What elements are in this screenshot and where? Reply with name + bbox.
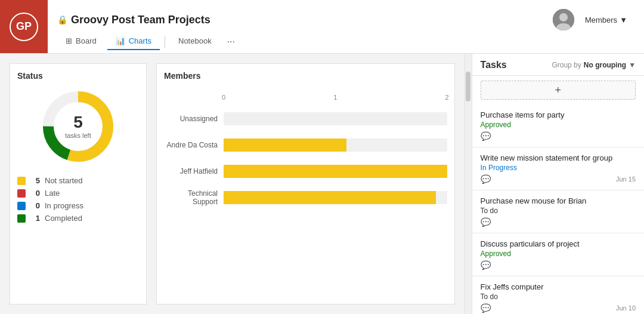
legend-count-not-started: 5: [30, 176, 40, 185]
task-date: Jun 15: [616, 176, 636, 183]
bar-fill-jeff: [224, 165, 447, 178]
bar-row-unassigned: Unassigned: [164, 110, 447, 127]
team-badge: GP: [10, 13, 38, 41]
header-right: Members ▼: [553, 9, 644, 30]
members-card-title: Members: [164, 71, 447, 81]
legend-label-late: Late: [45, 189, 139, 198]
scrollbar-thumb[interactable]: [466, 72, 470, 101]
bar-chart-axis: 0 1 2: [224, 94, 447, 106]
legend-color-in-progress: [17, 202, 26, 210]
legend-color-not-started: [17, 177, 26, 185]
task-status: Approved: [481, 250, 636, 258]
bar-track-unassigned: [224, 112, 447, 125]
header-top: 🔒 Groovy Post Team Projects Members ▼: [57, 3, 644, 33]
donut-center: 5 tasks left: [65, 114, 91, 140]
team-badge-area: GP: [0, 0, 48, 53]
members-button[interactable]: Members ▼: [580, 13, 632, 27]
bar-fill-andre: [224, 138, 346, 152]
project-title: Groovy Post Team Projects: [71, 14, 210, 26]
chevron-down-icon: ▼: [620, 16, 627, 24]
task-footer: 💬 Jun 15: [481, 174, 636, 184]
task-name: Fix Jeffs computer: [481, 282, 636, 291]
tasks-title: Tasks: [481, 60, 507, 70]
bar-label-technical: Technical Support: [164, 189, 224, 206]
left-panel: Status 5 tasks left: [0, 54, 465, 314]
bar-fill-technical: [224, 191, 436, 204]
scrollbar-track[interactable]: [465, 54, 472, 314]
members-label: Members: [585, 16, 617, 24]
legend-item-completed: 1 Completed: [17, 214, 139, 223]
bar-chart-area: 0 1 2 Unassigned Andre Da Costa: [164, 88, 447, 206]
app-header: GP 🔒 Groovy Post Team Projects Members ▼: [0, 0, 644, 54]
legend-color-completed: [17, 214, 26, 223]
add-task-button[interactable]: +: [481, 81, 636, 100]
right-panel: Tasks Group by No grouping ▼ + Purchase …: [472, 54, 644, 314]
task-footer: 💬 Jun 10: [481, 303, 636, 313]
legend-item-late: 0 Late: [17, 189, 139, 198]
status-card-title: Status: [17, 71, 139, 81]
bar-track-andre: [224, 138, 447, 152]
legend-item-in-progress: 0 In progress: [17, 201, 139, 210]
task-list: Purchase items for party Approved 💬 Writ…: [472, 104, 644, 314]
task-date: Jun 10: [616, 304, 636, 312]
tasks-header: Tasks Group by No grouping ▼: [472, 54, 644, 76]
comment-icon: 💬: [481, 303, 491, 313]
tab-board[interactable]: ⊞ Board: [57, 33, 105, 50]
task-status: To do: [481, 293, 636, 301]
axis-label-2: 2: [445, 94, 449, 101]
comment-icon: 💬: [481, 260, 491, 270]
lock-icon: 🔒: [57, 15, 67, 24]
group-by-chevron-icon: ▼: [628, 61, 636, 69]
tab-notebook[interactable]: Notebook: [170, 33, 220, 50]
header-main: 🔒 Groovy Post Team Projects Members ▼: [48, 3, 644, 50]
axis-label-0: 0: [222, 94, 225, 101]
legend-label-in-progress: In progress: [45, 201, 139, 210]
tab-separator: [165, 36, 165, 48]
task-item-discuss-project[interactable]: Discuss particulars of project Approved …: [472, 233, 644, 276]
legend-label-not-started: Not started: [45, 176, 139, 185]
task-status: In Progress: [481, 164, 636, 172]
tab-more-button[interactable]: ···: [222, 34, 240, 50]
legend-list: 5 Not started 0 Late 0 In progress: [17, 176, 139, 223]
task-name: Discuss particulars of project: [481, 239, 636, 248]
group-by-value: No grouping: [584, 61, 626, 69]
comment-icon: 💬: [481, 174, 491, 184]
legend-count-in-progress: 0: [30, 201, 40, 210]
task-item-purchase-party[interactable]: Purchase items for party Approved 💬: [472, 104, 644, 147]
charts-icon: 📊: [116, 36, 125, 45]
legend-color-late: [17, 189, 26, 198]
main-content: Status 5 tasks left: [0, 54, 644, 314]
legend-count-late: 0: [30, 189, 40, 198]
task-footer: 💬: [481, 131, 636, 141]
avatar[interactable]: [553, 9, 574, 30]
task-item-purchase-mouse[interactable]: Purchase new mouse for Brian To do 💬: [472, 190, 644, 233]
task-footer: 💬: [481, 260, 636, 270]
task-name: Write new mission statement for group: [481, 153, 636, 162]
donut-container: 5 tasks left: [17, 88, 139, 165]
donut-label: tasks left: [65, 132, 91, 139]
bar-label-jeff: Jeff Hatfield: [164, 167, 224, 176]
donut-chart: 5 tasks left: [39, 88, 117, 165]
task-name: Purchase items for party: [481, 110, 636, 119]
task-status: Approved: [481, 121, 636, 129]
bar-row-technical: Technical Support: [164, 189, 447, 206]
comment-icon: 💬: [481, 131, 491, 141]
axis-label-1: 1: [333, 94, 337, 101]
members-card: Members 0 1 2 Unassigned: [156, 63, 455, 304]
bar-label-unassigned: Unassigned: [164, 115, 224, 123]
task-status: To do: [481, 207, 636, 215]
svg-point-1: [559, 13, 568, 21]
legend-item-not-started: 5 Not started: [17, 176, 139, 185]
bar-row-andre: Andre Da Costa: [164, 137, 447, 153]
task-item-fix-computer[interactable]: Fix Jeffs computer To do 💬 Jun 10: [472, 276, 644, 314]
legend-count-completed: 1: [30, 214, 40, 223]
nav-tabs: ⊞ Board 📊 Charts Notebook ···: [57, 33, 644, 50]
task-item-mission-statement[interactable]: Write new mission statement for group In…: [472, 147, 644, 190]
bar-track-technical: [224, 191, 447, 204]
tab-charts-label: Charts: [129, 36, 151, 45]
add-task-icon: +: [555, 84, 562, 97]
group-by-area[interactable]: Group by No grouping ▼: [552, 61, 636, 69]
tab-notebook-label: Notebook: [178, 36, 212, 45]
tab-charts[interactable]: 📊 Charts: [107, 33, 160, 50]
legend-label-completed: Completed: [45, 214, 139, 223]
